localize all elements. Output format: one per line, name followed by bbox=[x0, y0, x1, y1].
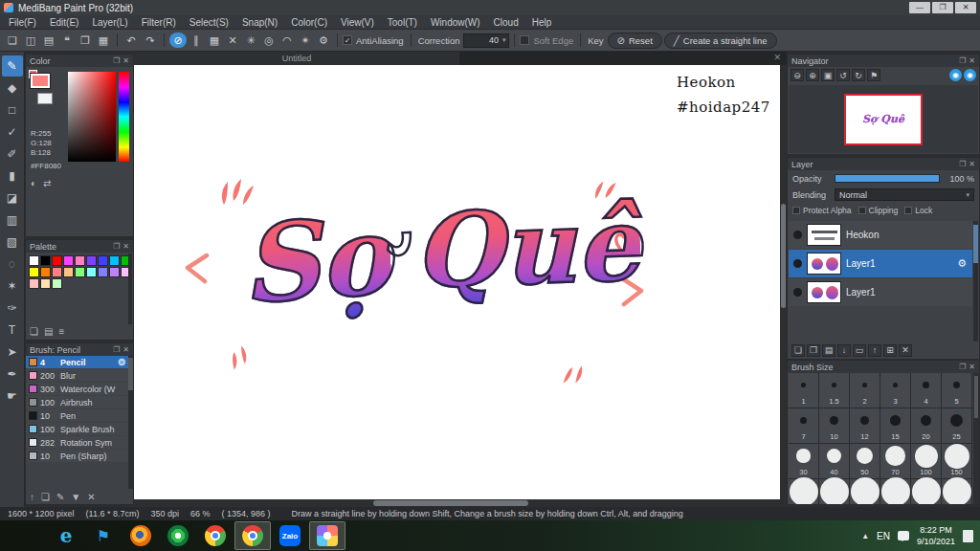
edge-icon[interactable]: e bbox=[48, 521, 84, 550]
brush-list-scrollbar[interactable] bbox=[128, 356, 133, 489]
create-straight-line-button[interactable]: ╱ Create a straight line bbox=[664, 33, 777, 49]
export-icon[interactable]: ▤ bbox=[40, 33, 57, 48]
brush-up-icon[interactable]: ↑ bbox=[30, 493, 34, 502]
menu-item-2[interactable]: Layer(L) bbox=[85, 17, 134, 28]
eyedropper-tool[interactable]: ✒ bbox=[2, 364, 23, 385]
palette-swatch-18[interactable] bbox=[29, 278, 39, 289]
save-icon[interactable]: ◫ bbox=[22, 33, 39, 48]
nav-prev-icon[interactable]: ◉ bbox=[949, 69, 962, 81]
pencil-tool[interactable]: ✐ bbox=[2, 143, 23, 165]
start-button[interactable] bbox=[3, 521, 47, 550]
add-brush-icon[interactable]: ❏ bbox=[41, 493, 50, 502]
color-wheel-icon[interactable]: ◐ bbox=[31, 179, 36, 188]
undo-icon[interactable]: ↶ bbox=[122, 33, 140, 48]
delete-brush-icon[interactable]: ✕ bbox=[87, 493, 95, 502]
menu-item-10[interactable]: Cloud bbox=[487, 17, 525, 28]
select-tool[interactable]: ▧ bbox=[2, 231, 23, 253]
swatch-menu-icon[interactable]: ▤ bbox=[44, 327, 53, 337]
menu-item-4[interactable]: Select(S) bbox=[183, 17, 235, 28]
snap-curve-icon[interactable]: ◠ bbox=[278, 33, 296, 48]
panel-popout-icon[interactable]: ❐ bbox=[959, 57, 966, 65]
layer-down-icon[interactable]: ↓ bbox=[837, 344, 851, 357]
panel-popout-icon[interactable]: ❐ bbox=[113, 243, 120, 251]
brush-size-cell[interactable] bbox=[850, 479, 880, 505]
chrome-icon[interactable] bbox=[197, 521, 234, 550]
redo-icon[interactable]: ↷ bbox=[142, 33, 159, 48]
palette-swatch-15[interactable] bbox=[98, 267, 108, 277]
menu-item-9[interactable]: Window(W) bbox=[424, 17, 487, 28]
brush-size-cell[interactable]: 4 bbox=[911, 373, 941, 408]
brush-settings-icon[interactable]: ⚙ bbox=[118, 357, 126, 367]
hand-tool[interactable]: ☛ bbox=[2, 386, 23, 407]
brush-size-cell[interactable]: 10 bbox=[819, 408, 849, 443]
saturation-value-picker[interactable] bbox=[68, 72, 116, 162]
background-color-swatch[interactable] bbox=[37, 93, 53, 104]
canvas-horizontal-scrollbar[interactable] bbox=[134, 499, 780, 507]
canvas-tab[interactable]: Untitled bbox=[134, 52, 459, 65]
brush-item-7[interactable]: 10Pen (Sharp) bbox=[26, 450, 128, 462]
palette-swatch-12[interactable] bbox=[63, 267, 74, 277]
snap-off-icon[interactable]: ⊘ bbox=[169, 33, 187, 48]
opacity-slider[interactable] bbox=[835, 174, 940, 183]
palette-swatch-2[interactable] bbox=[52, 255, 62, 266]
brush-size-cell[interactable]: 40 bbox=[819, 444, 849, 478]
zoom-out-icon[interactable]: ⊖ bbox=[791, 69, 804, 81]
brush-menu-icon[interactable]: ▼ bbox=[71, 493, 80, 502]
shape-tool[interactable]: □ bbox=[2, 99, 23, 121]
tray-expand-icon[interactable]: ▲ bbox=[861, 532, 869, 540]
foreground-color-swatch[interactable] bbox=[31, 74, 50, 88]
snap-vanishing-point-icon[interactable]: ✳ bbox=[242, 33, 259, 48]
eraser-tool[interactable]: ◆ bbox=[2, 77, 23, 99]
brush-size-cell[interactable]: 1 bbox=[789, 373, 818, 408]
canvas-vertical-scrollbar[interactable] bbox=[780, 65, 787, 499]
brush-size-cell[interactable] bbox=[942, 479, 971, 505]
panel-close-icon[interactable]: ✕ bbox=[122, 346, 129, 354]
brush-item-5[interactable]: 100Sparkle Brush bbox=[26, 423, 128, 435]
lock-checkbox[interactable]: Lock bbox=[904, 206, 932, 215]
clock[interactable]: 8:22 PM 9/10/2021 bbox=[917, 524, 955, 547]
menu-item-11[interactable]: Help bbox=[525, 17, 559, 28]
layer-settings-icon[interactable]: ⚙ bbox=[957, 257, 967, 270]
minimize-button[interactable]: — bbox=[909, 2, 930, 13]
correction-dropdown[interactable]: 40 bbox=[463, 33, 509, 48]
canvas-viewport[interactable]: Sợ Quê Heokon #hoidap247 bbox=[134, 65, 780, 499]
brush-item-1[interactable]: 200Blur bbox=[26, 369, 128, 382]
language-indicator[interactable]: EN bbox=[877, 531, 890, 541]
brush-item-4[interactable]: 10Pen bbox=[26, 409, 128, 422]
medibang-icon[interactable] bbox=[309, 521, 345, 550]
hue-bar[interactable] bbox=[119, 72, 129, 162]
select-check-tool[interactable]: ✓ bbox=[2, 121, 23, 143]
palette-swatch-19[interactable] bbox=[40, 278, 51, 289]
panel-close-icon[interactable]: ✕ bbox=[122, 243, 129, 251]
zalo-icon[interactable]: Zalo bbox=[272, 521, 308, 550]
menu-item-7[interactable]: View(V) bbox=[334, 17, 381, 28]
layer-visibility-icon[interactable] bbox=[793, 231, 802, 239]
palette-scrollbar[interactable] bbox=[128, 253, 132, 324]
panel-popout-icon[interactable]: ❐ bbox=[959, 364, 966, 371]
antialiasing-checkbox[interactable] bbox=[343, 35, 352, 45]
operation-tool[interactable]: ➤ bbox=[2, 342, 23, 363]
brush-size-cell[interactable]: 7 bbox=[789, 408, 818, 443]
menu-item-8[interactable]: Tool(T) bbox=[381, 17, 424, 28]
brush-item-3[interactable]: 100Airbrush bbox=[26, 396, 128, 408]
palette-swatch-16[interactable] bbox=[109, 267, 120, 277]
palette-swatch-9[interactable] bbox=[29, 267, 39, 277]
snap-settings-icon[interactable]: ⚙ bbox=[315, 33, 332, 48]
swatch-list-icon[interactable]: ≡ bbox=[58, 327, 64, 337]
palette-swatch-3[interactable] bbox=[63, 255, 74, 266]
palette-swatch-1[interactable] bbox=[40, 255, 51, 266]
roller-tool[interactable]: ▮ bbox=[2, 165, 23, 187]
palette-swatch-7[interactable] bbox=[109, 255, 120, 266]
brush-size-scrollbar[interactable] bbox=[973, 373, 979, 504]
brush-item-0[interactable]: 4Pencil⚙ bbox=[26, 356, 128, 368]
panel-close-icon[interactable]: ✕ bbox=[969, 57, 975, 65]
layer-visibility-icon[interactable] bbox=[793, 259, 802, 268]
navigator-thumbnail[interactable]: Sợ Quê bbox=[844, 94, 923, 145]
palette-swatch-5[interactable] bbox=[86, 255, 97, 266]
layer-row-2[interactable]: Layer1 bbox=[789, 278, 972, 306]
snap-cross-icon[interactable]: ✕ bbox=[224, 33, 241, 48]
layer-row-0[interactable]: Heokon bbox=[789, 221, 972, 249]
soft-edge-checkbox[interactable] bbox=[520, 35, 529, 45]
brush-size-cell[interactable] bbox=[789, 479, 818, 505]
new-file-icon[interactable]: ❏ bbox=[4, 33, 21, 48]
